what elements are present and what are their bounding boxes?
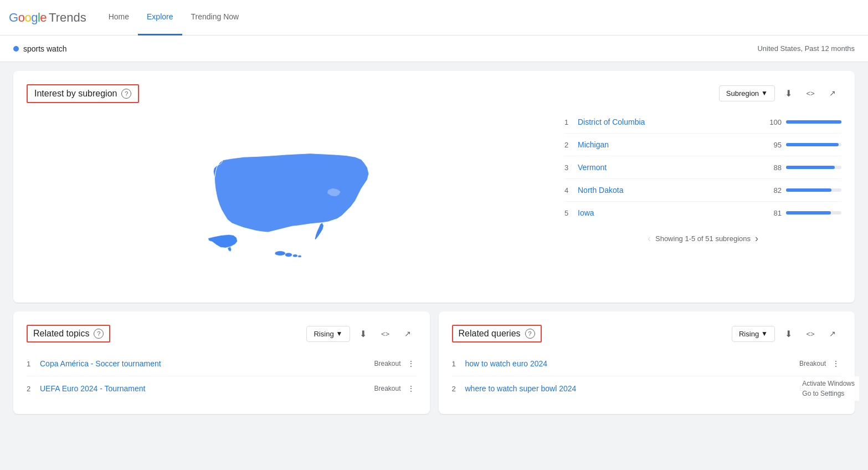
related-queries-controls: Rising ▼ ⬇ <> ↗ [732,325,841,343]
activate-line1: Activate Windows [802,379,855,389]
svg-point-0 [274,251,285,256]
google-trends-logo[interactable]: Google Trends [9,11,86,25]
related-queries-title-area: Related queries ? [452,325,542,343]
rank-item: 5 Iowa 81 [564,202,841,224]
pagination-text: Showing 1-5 of 51 subregions [655,234,751,243]
search-term-label: sports watch [23,44,67,53]
subregion-download-btn[interactable]: ⬇ [779,84,797,102]
subregion-map-area: Interest by subregion ? [27,84,551,289]
subregion-dropdown-label: Subregion [726,89,759,98]
related-topics-dropdown-label: Rising [314,330,333,338]
more-options-icon[interactable]: ⋮ [830,358,841,369]
related-topics-dropdown[interactable]: Rising ▼ [306,326,350,342]
us-map-container [27,112,551,289]
next-page-arrow[interactable]: › [755,233,758,244]
main-content: Interest by subregion ? [0,62,868,423]
subregion-embed-btn[interactable]: <> [802,84,819,102]
chevron-down-icon: ▼ [761,89,768,97]
related-queries-share-btn[interactable]: ↗ [824,325,841,343]
header: Google Trends Home Explore Trending Now [0,0,868,35]
svg-point-3 [297,255,301,257]
rank-item: 1 District of Columbia 100 [564,111,841,134]
nav-explore[interactable]: Explore [138,0,182,35]
activate-watermark: Activate Windows Go to Settings [798,376,859,401]
subregion-dropdown[interactable]: Subregion ▼ [719,85,775,101]
rank-item: 3 Vermont 88 [564,156,841,179]
list-item: 1 Copa América - Soccer tournament Break… [27,351,417,376]
related-topics-card: Related topics ? Rising ▼ ⬇ <> ↗ 1 [13,311,430,414]
rank-item: 2 Michigan 95 [564,134,841,156]
list-item: 1 how to watch euro 2024 Breakout ⋮ [452,351,842,376]
prev-page-arrow[interactable]: ‹ [648,233,651,244]
list-item: 2 UEFA Euro 2024 - Tournament Breakout ⋮ [27,376,417,401]
subregion-controls: Subregion ▼ ⬇ <> ↗ [564,84,841,102]
chevron-down-icon: ▼ [761,330,768,338]
related-queries-download-btn[interactable]: ⬇ [779,325,797,343]
related-topics-list: 1 Copa América - Soccer tournament Break… [27,351,417,401]
related-topics-share-btn[interactable]: ↗ [399,325,417,343]
related-topics-title-area: Related topics ? [27,325,110,343]
us-map-svg [184,123,394,278]
related-queries-dropdown-label: Rising [739,330,759,338]
related-queries-dropdown[interactable]: Rising ▼ [732,326,775,342]
related-topics-controls: Rising ▼ ⬇ <> ↗ [306,325,416,343]
related-queries-list: 1 how to watch euro 2024 Breakout ⋮ 2 wh… [452,351,842,401]
subregion-rank-list: 1 District of Columbia 100 2 Michigan [564,111,841,224]
subregion-title: Interest by subregion [34,89,117,99]
related-topics-header: Related topics ? Rising ▼ ⬇ <> ↗ [27,325,417,343]
google-wordmark: Google [9,11,47,25]
related-queries-embed-btn[interactable]: <> [802,325,819,343]
main-nav: Home Explore Trending Now [100,0,248,35]
chevron-down-icon: ▼ [336,330,343,338]
related-topics-embed-btn[interactable]: <> [377,325,394,343]
rank-item: 4 North Dakota 82 [564,179,841,202]
related-queries-help-icon[interactable]: ? [525,329,535,339]
related-topics-download-btn[interactable]: ⬇ [355,325,372,343]
region-info: United States, Past 12 months [757,44,855,53]
related-queries-header: Related queries ? Rising ▼ ⬇ <> ↗ [452,325,842,343]
subregion-pagination: ‹ Showing 1-5 of 51 subregions › [564,233,841,244]
subregion-rankings-area: Subregion ▼ ⬇ <> ↗ 1 District of Columbi… [564,84,841,289]
svg-point-2 [292,254,297,257]
svg-point-1 [285,253,292,257]
nav-home[interactable]: Home [100,0,138,35]
subregion-card-header: Interest by subregion ? [27,84,551,103]
related-topics-help-icon[interactable]: ? [94,329,104,339]
related-queries-card: Related queries ? Rising ▼ ⬇ <> ↗ 1 [439,311,855,414]
more-options-icon[interactable]: ⋮ [405,358,417,369]
subregion-title-box: Interest by subregion ? [27,84,139,103]
activate-line2: Go to Settings [802,389,855,399]
search-term-area: sports watch [13,44,67,53]
trends-wordmark: Trends [49,11,86,25]
subregion-share-btn[interactable]: ↗ [824,84,841,102]
list-item: 2 where to watch super bowl 2024 Breakou… [452,376,842,401]
related-queries-title-box: Related queries ? [452,325,542,343]
more-options-icon[interactable]: ⋮ [405,383,417,394]
related-queries-title: Related queries [459,329,521,339]
related-topics-title: Related topics [33,329,89,339]
subregion-card: Interest by subregion ? [13,71,855,303]
bottom-row: Related topics ? Rising ▼ ⬇ <> ↗ 1 [13,311,855,414]
subregion-help-icon[interactable]: ? [121,89,131,99]
search-dot-icon [13,46,19,52]
related-topics-title-box: Related topics ? [27,325,110,343]
subheader: sports watch United States, Past 12 mont… [0,35,868,62]
nav-trending-now[interactable]: Trending Now [182,0,248,35]
